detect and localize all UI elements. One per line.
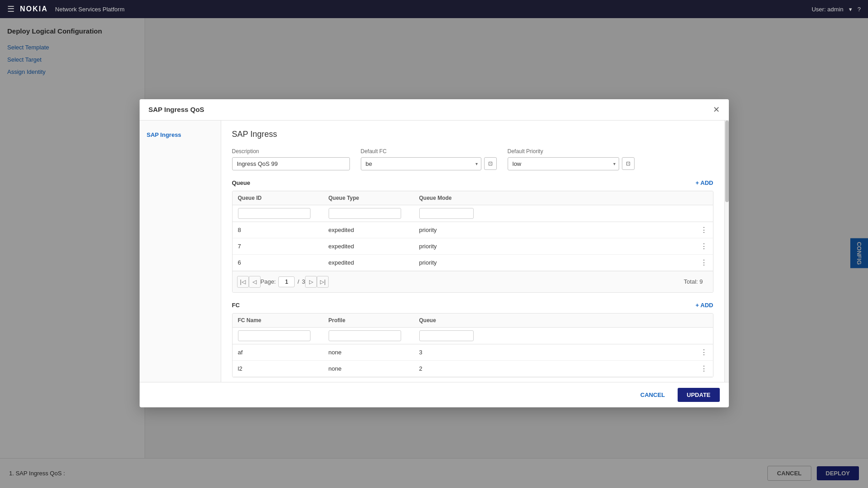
queue-row-3-actions[interactable]: ⋮ (700, 258, 708, 267)
modal-update-button[interactable]: UPDATE (678, 388, 719, 402)
queue-row-2-actions[interactable]: ⋮ (700, 242, 708, 251)
pag-total-pages: 3 (302, 278, 305, 285)
modal-footer: CANCEL UPDATE (140, 382, 729, 407)
queue-section-title: Queue (232, 179, 250, 186)
table-row: af none 3 ⋮ (233, 344, 713, 361)
user-dropdown-icon[interactable]: ▾ (849, 6, 852, 13)
fc-queue-filter[interactable] (419, 330, 474, 341)
fc-col-name-header: FC Name (238, 317, 329, 324)
queue-id-filter[interactable] (238, 208, 310, 219)
table-row: 6 expedited priority ⋮ (233, 255, 713, 271)
help-icon[interactable]: ? (858, 6, 861, 13)
fc-row-2-actions[interactable]: ⋮ (700, 364, 708, 373)
queue-pagination: |◁ ◁ Page: / 3 ▷ ▷| Total: 9 (233, 271, 713, 292)
queue-row-1-actions[interactable]: ⋮ (700, 226, 708, 234)
modal-title: SAP Ingress QoS (149, 106, 204, 113)
fc-section-header: FC + ADD (232, 302, 713, 309)
queue-col-mode-header: Queue Mode (419, 195, 510, 201)
queue-table-header: Queue ID Queue Type Queue Mode (233, 191, 713, 205)
fc-row-1-name: af (238, 349, 329, 356)
fc-add-button[interactable]: + ADD (696, 302, 713, 309)
fc-col-queue-header: Queue (419, 317, 510, 324)
pag-separator: / (297, 278, 299, 285)
queue-row-3-mode: priority (419, 259, 510, 266)
main-page: Deploy Logical Configuration Select Temp… (0, 18, 868, 488)
default-fc-icon-button[interactable]: ⊡ (484, 157, 497, 170)
fc-row-1-actions[interactable]: ⋮ (700, 348, 708, 357)
queue-row-2-type: expedited (329, 243, 419, 250)
queue-row-1-mode: priority (419, 227, 510, 233)
monitor-icon: ⊡ (488, 160, 493, 167)
queue-row-3-id: 6 (238, 259, 329, 266)
pag-prev-button[interactable]: ◁ (249, 276, 261, 288)
modal-content-area: SAP Ingress Description Default FC (221, 121, 724, 382)
default-priority-group: Default Priority low ▾ ⊡ (508, 148, 635, 170)
queue-mode-filter[interactable] (419, 208, 474, 219)
queue-row-1-id: 8 (238, 227, 329, 233)
queue-section-header: Queue + ADD (232, 179, 713, 186)
fc-row-1-queue: 3 (419, 349, 510, 356)
queue-row-2-mode: priority (419, 243, 510, 250)
default-priority-icon-button[interactable]: ⊡ (622, 157, 635, 170)
default-fc-group: Default FC be ▾ ⊡ (361, 148, 497, 170)
modal-dialog: SAP Ingress QoS ✕ SAP Ingress SAP Ingres… (140, 99, 729, 407)
table-row: l2 none 2 ⋮ (233, 361, 713, 377)
queue-add-button[interactable]: + ADD (696, 179, 713, 186)
user-label: User: admin (812, 6, 844, 13)
fc-col-profile-header: Profile (329, 317, 419, 324)
pag-total-label: Total: 9 (684, 278, 708, 285)
default-priority-select-container: low ▾ (508, 157, 619, 170)
modal-scrollbar[interactable] (724, 121, 729, 382)
modal-close-button[interactable]: ✕ (713, 106, 720, 114)
fc-section-title: FC (232, 302, 240, 309)
fc-name-filter[interactable] (238, 330, 310, 341)
fc-table: FC Name Profile Queue af (232, 313, 713, 377)
modal-sidebar: SAP Ingress (140, 121, 221, 382)
queue-col-id-header: Queue ID (238, 195, 329, 201)
default-priority-select-wrapper: low ▾ ⊡ (508, 157, 635, 170)
pag-wrapper: |◁ ◁ Page: / 3 ▷ ▷| Total: 9 (237, 276, 708, 288)
pag-first-button[interactable]: |◁ (237, 276, 249, 288)
pag-last-button[interactable]: ▷| (317, 276, 329, 288)
default-priority-label: Default Priority (508, 148, 635, 155)
monitor-icon-2: ⊡ (626, 160, 630, 167)
default-fc-select-wrapper: be ▾ ⊡ (361, 157, 497, 170)
default-priority-select[interactable]: low (508, 157, 619, 170)
queue-col-type-header: Queue Type (329, 195, 419, 201)
modal-content-title: SAP Ingress (232, 130, 713, 139)
queue-type-filter[interactable] (329, 208, 401, 219)
table-row: 8 expedited priority ⋮ (233, 222, 713, 238)
fc-row-1-profile: none (329, 349, 419, 356)
pag-next-button[interactable]: ▷ (305, 276, 317, 288)
modal-header: SAP Ingress QoS ✕ (140, 99, 729, 121)
fc-filter-row (233, 328, 713, 344)
queue-table: Queue ID Queue Type Queue Mode 8 (232, 191, 713, 293)
default-fc-select-container: be ▾ (361, 157, 481, 170)
queue-filter-row (233, 205, 713, 222)
fc-row-2-profile: none (329, 365, 419, 372)
fc-profile-filter[interactable] (329, 330, 401, 341)
description-input[interactable] (232, 157, 350, 170)
queue-row-2-id: 7 (238, 243, 329, 250)
table-row: 7 expedited priority ⋮ (233, 238, 713, 255)
pag-page-input[interactable] (278, 276, 295, 287)
modal-body: SAP Ingress SAP Ingress Description Defa… (140, 121, 729, 382)
pag-page-label: Page: (261, 278, 276, 285)
description-label: Description (232, 148, 350, 155)
sidebar-item-sap-ingress[interactable]: SAP Ingress (140, 128, 221, 142)
app-title: Network Services Platform (55, 6, 125, 13)
fc-row-2-queue: 2 (419, 365, 510, 372)
queue-row-3-type: expedited (329, 259, 419, 266)
top-bar: ☰ NOKIA Network Services Platform User: … (0, 0, 868, 18)
modal-overlay: SAP Ingress QoS ✕ SAP Ingress SAP Ingres… (0, 18, 868, 488)
top-bar-right: User: admin ▾ ? (812, 6, 861, 13)
queue-row-1-type: expedited (329, 227, 419, 233)
modal-cancel-button[interactable]: CANCEL (633, 388, 672, 402)
default-fc-label: Default FC (361, 148, 497, 155)
menu-icon[interactable]: ☰ (7, 4, 15, 14)
fc-table-header: FC Name Profile Queue (233, 314, 713, 328)
scrollbar-thumb[interactable] (725, 121, 729, 202)
default-fc-select[interactable]: be (361, 157, 481, 170)
description-group: Description (232, 148, 350, 170)
nokia-logo: NOKIA (20, 5, 48, 13)
